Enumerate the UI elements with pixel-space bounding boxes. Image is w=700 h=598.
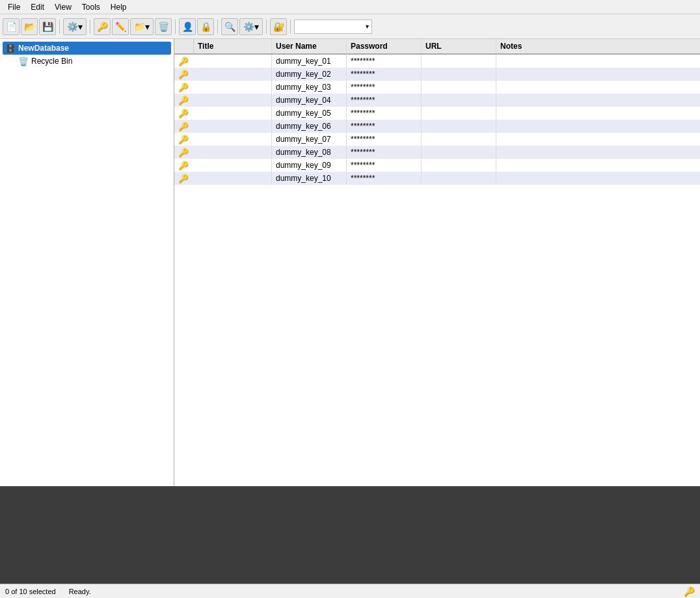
- entry-url: [422, 55, 496, 68]
- entry-password: ********: [347, 81, 422, 94]
- selection-status: 0 of 10 selected: [5, 588, 56, 595]
- entry-username: dummy_key_08: [272, 146, 347, 159]
- table-row[interactable]: 🔑dummy_key_04********: [174, 94, 700, 107]
- entry-notes: [496, 94, 700, 107]
- col-header-notes[interactable]: Notes: [496, 39, 700, 53]
- entry-title: [194, 68, 272, 81]
- key-icon: 🔑: [178, 83, 189, 92]
- entry-icon: 🔑: [174, 68, 194, 81]
- main-area: 🗄️ NewDatabase 🗑️ Recycle Bin Title User…: [0, 39, 700, 486]
- entry-notes: [496, 120, 700, 133]
- key-icon: 🔑: [178, 122, 189, 131]
- separator-2: [90, 20, 90, 34]
- entry-password: ********: [347, 107, 422, 120]
- menu-help[interactable]: Help: [105, 1, 132, 13]
- add-group-button[interactable]: 📁▾: [130, 18, 154, 35]
- table-row[interactable]: 🔑dummy_key_09********: [174, 159, 700, 172]
- entry-title: [194, 133, 272, 146]
- col-header-title[interactable]: Title: [194, 39, 272, 53]
- entry-username: dummy_key_09: [272, 159, 347, 172]
- copy-password-button[interactable]: 🔒: [197, 18, 214, 35]
- entry-url: [422, 120, 496, 133]
- tree-item-recycle-bin[interactable]: 🗑️ Recycle Bin: [16, 55, 171, 68]
- copy-username-button[interactable]: 👤: [179, 18, 196, 35]
- entry-notes: [496, 55, 700, 68]
- entry-icon: 🔑: [174, 172, 194, 185]
- tree-item-label-newdatabase: NewDatabase: [18, 44, 69, 53]
- entry-username: dummy_key_04: [272, 94, 347, 107]
- menubar: File Edit View Tools Help: [0, 0, 700, 14]
- menu-file[interactable]: File: [3, 1, 25, 13]
- entry-icon: 🔑: [174, 81, 194, 94]
- entry-username: dummy_key_02: [272, 68, 347, 81]
- menu-view[interactable]: View: [49, 1, 77, 13]
- open-button[interactable]: 📂: [21, 18, 38, 35]
- entry-icon: 🔑: [174, 146, 194, 159]
- menu-tools[interactable]: Tools: [77, 1, 105, 13]
- table-row[interactable]: 🔑dummy_key_02********: [174, 68, 700, 81]
- table-row[interactable]: 🔑dummy_key_08********: [174, 146, 700, 159]
- tree-item-newdatabase[interactable]: 🗄️ NewDatabase: [3, 42, 171, 55]
- tree-item-label-recycle-bin: Recycle Bin: [31, 57, 72, 66]
- entry-icon: 🔑: [174, 120, 194, 133]
- table-row[interactable]: 🔑dummy_key_01********: [174, 55, 700, 68]
- table-row[interactable]: 🔑dummy_key_10********: [174, 172, 700, 185]
- table-row[interactable]: 🔑dummy_key_06********: [174, 120, 700, 133]
- save-button[interactable]: 💾: [39, 18, 56, 35]
- tree-children: 🗑️ Recycle Bin: [3, 55, 171, 68]
- lock-button[interactable]: 🔐: [270, 18, 287, 35]
- edit-entry-button[interactable]: ✏️: [112, 18, 129, 35]
- tree: 🗄️ NewDatabase 🗑️ Recycle Bin: [0, 39, 174, 486]
- ready-status: Ready.: [69, 588, 91, 595]
- entry-title: [194, 159, 272, 172]
- entry-icon: 🔑: [174, 94, 194, 107]
- preview-panel: [0, 486, 700, 584]
- table-header: Title User Name Password URL Notes: [174, 39, 700, 55]
- entry-password: ********: [347, 120, 422, 133]
- entry-icon: 🔑: [174, 107, 194, 120]
- tree-panel: 🗄️ NewDatabase 🗑️ Recycle Bin: [0, 39, 174, 486]
- search-button[interactable]: 🔍: [221, 18, 238, 35]
- delete-button[interactable]: 🗑️: [155, 18, 172, 35]
- entry-username: dummy_key_01: [272, 55, 347, 68]
- entry-username: dummy_key_10: [272, 172, 347, 185]
- entry-url: [422, 107, 496, 120]
- db-settings-button[interactable]: ⚙️▾: [63, 18, 87, 35]
- entry-url: [422, 94, 496, 107]
- table-body: 🔑dummy_key_01********🔑dummy_key_02******…: [174, 55, 700, 486]
- toolbar: 📄 📂 💾 ⚙️▾ 🔑 ✏️ 📁▾ 🗑️ 👤 🔒 🔍 ⚙️▾ 🔐 ▾: [0, 14, 700, 39]
- key-icon: 🔑: [178, 148, 189, 157]
- table-row[interactable]: 🔑dummy_key_07********: [174, 133, 700, 146]
- key-icon: 🔑: [178, 161, 189, 170]
- entry-title: [194, 107, 272, 120]
- entry-title: [194, 146, 272, 159]
- recycle-bin-icon: 🗑️: [18, 56, 29, 66]
- database-icon: 🗄️: [5, 43, 16, 53]
- col-header-username[interactable]: User Name: [272, 39, 347, 53]
- table-row[interactable]: 🔑dummy_key_03********: [174, 81, 700, 94]
- col-header-password[interactable]: Password: [347, 39, 422, 53]
- system-tray-icon: 🔑: [684, 586, 695, 597]
- separator-4: [217, 20, 218, 34]
- entry-url: [422, 146, 496, 159]
- col-header-url[interactable]: URL: [422, 39, 496, 53]
- entry-password: ********: [347, 172, 422, 185]
- new-button[interactable]: 📄: [3, 18, 20, 35]
- entry-password: ********: [347, 94, 422, 107]
- key-icon: 🔑: [178, 109, 189, 118]
- add-entry-button[interactable]: 🔑: [94, 18, 111, 35]
- table-row[interactable]: 🔑dummy_key_05********: [174, 107, 700, 120]
- settings-button[interactable]: ⚙️▾: [239, 18, 263, 35]
- key-icon: 🔑: [178, 174, 189, 183]
- separator-5: [266, 20, 267, 34]
- entry-username: dummy_key_03: [272, 81, 347, 94]
- col-header-icon[interactable]: [174, 39, 194, 53]
- separator-1: [59, 20, 60, 34]
- entry-username: dummy_key_05: [272, 107, 347, 120]
- entries-panel: Title User Name Password URL Notes 🔑dumm…: [174, 39, 700, 486]
- menu-edit[interactable]: Edit: [25, 1, 49, 13]
- entry-url: [422, 159, 496, 172]
- search-dropdown[interactable]: ▾: [294, 20, 372, 34]
- entry-url: [422, 81, 496, 94]
- key-icon: 🔑: [178, 70, 189, 79]
